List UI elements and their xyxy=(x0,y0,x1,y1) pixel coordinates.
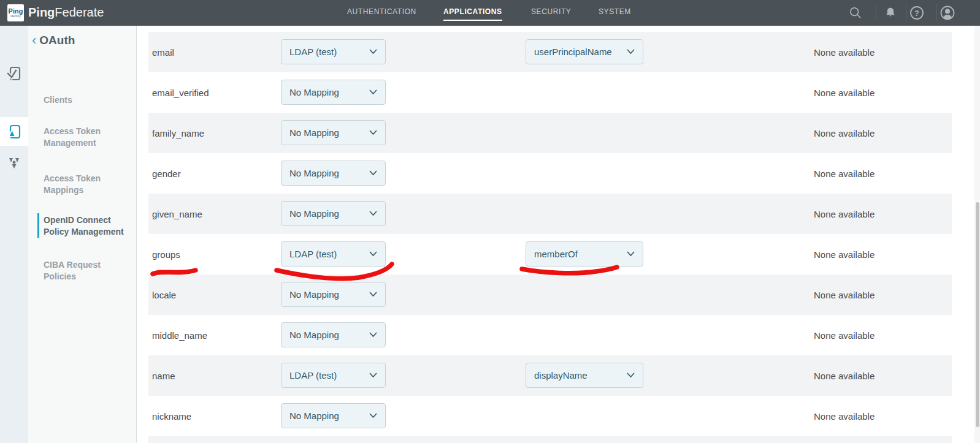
table-row-groups: groupsLDAP (test)memberOfNone available xyxy=(148,234,952,275)
sidebar-item-access-token-mappings[interactable]: Access Token Mappings xyxy=(44,173,129,196)
source-dropdown-gender[interactable]: No Mapping xyxy=(281,161,386,186)
source-dropdown-given-name[interactable]: No Mapping xyxy=(281,201,386,226)
table-row-email-verified: email_verifiedNo MappingNone available xyxy=(148,72,952,113)
attribute-name: family_name xyxy=(152,113,204,153)
chevron-down-icon xyxy=(369,170,377,176)
extended-attributes-status: None available xyxy=(814,72,875,113)
sidebar-section-title: OAuth xyxy=(39,34,75,47)
chevron-down-icon xyxy=(369,292,377,297)
sidebar-item-clients[interactable]: Clients xyxy=(44,94,129,106)
divider xyxy=(876,4,876,21)
chevron-down-icon xyxy=(369,332,377,338)
chevron-down-icon xyxy=(627,373,635,378)
table-row-middle-name: middle_nameNo MappingNone available xyxy=(148,315,952,355)
chevron-down-icon xyxy=(369,130,377,135)
logo-subtext: Identity xyxy=(10,15,21,18)
attribute-name: given_name xyxy=(152,194,202,234)
account-icon[interactable] xyxy=(940,5,955,21)
table-row-given-name: given_nameNo MappingNone available xyxy=(148,194,952,234)
source-dropdown-family-name[interactable]: No Mapping xyxy=(281,120,386,145)
nav-item-applications[interactable]: APPLICATIONS xyxy=(443,7,502,21)
table-row-partial xyxy=(148,436,952,443)
dropdown-selected-value: LDAP (test) xyxy=(289,47,337,57)
extended-attributes-status: None available xyxy=(814,234,875,275)
sidebar-menu: ‹ OAuth ClientsAccess Token ManagementAc… xyxy=(28,26,137,443)
nav-item-security[interactable]: SECURITY xyxy=(531,7,571,20)
table-row-family-name: family_nameNo MappingNone available xyxy=(148,113,952,153)
chevron-down-icon xyxy=(627,251,635,257)
dropdown-selected-value: No Mapping xyxy=(289,168,339,178)
table-row-name: nameLDAP (test)displayNameNone available xyxy=(148,355,952,396)
extended-attributes-status: None available xyxy=(814,113,875,153)
dropdown-selected-value: displayName xyxy=(534,370,588,381)
policy-icon[interactable] xyxy=(0,148,28,177)
access-token-icon[interactable] xyxy=(0,117,28,146)
chevron-down-icon xyxy=(369,49,377,55)
oauth-back-link[interactable]: ‹ OAuth xyxy=(32,34,75,47)
sidebar-item-openid-connect-policy-management[interactable]: OpenID Connect Policy Management xyxy=(44,214,129,238)
chevron-left-icon: ‹ xyxy=(32,34,36,47)
pingfederate-app: Ping Identity PingFederate AUTHENTICATIO… xyxy=(0,0,980,443)
source-dropdown-email[interactable]: LDAP (test) xyxy=(281,39,386,64)
value-dropdown-email[interactable]: userPrincipalName xyxy=(526,39,643,64)
extended-attributes-status: None available xyxy=(814,153,875,194)
dropdown-selected-value: LDAP (test) xyxy=(289,249,337,259)
search-icon[interactable] xyxy=(848,5,863,21)
chevron-down-icon xyxy=(627,49,635,55)
clients-icon[interactable] xyxy=(0,59,28,88)
extended-attributes-status: None available xyxy=(814,275,875,315)
source-dropdown-name[interactable]: LDAP (test) xyxy=(281,363,386,388)
svg-text:?: ? xyxy=(914,9,919,18)
top-bar: Ping Identity PingFederate AUTHENTICATIO… xyxy=(0,0,980,26)
nav-item-authentication[interactable]: AUTHENTICATION xyxy=(347,7,416,20)
source-dropdown-locale[interactable]: No Mapping xyxy=(281,282,386,307)
attribute-name: email xyxy=(152,32,174,72)
value-dropdown-groups[interactable]: memberOf xyxy=(526,241,643,267)
attribute-name: groups xyxy=(152,234,180,275)
vertical-scrollbar-thumb[interactable] xyxy=(976,202,979,427)
extended-attributes-status: None available xyxy=(814,194,875,234)
attribute-name: middle_name xyxy=(152,315,207,355)
dropdown-selected-value: No Mapping xyxy=(289,411,339,421)
dropdown-selected-value: memberOf xyxy=(534,249,578,259)
attribute-name: email_verified xyxy=(152,72,209,113)
product-title: PingFederate xyxy=(28,6,104,20)
dropdown-selected-value: No Mapping xyxy=(289,289,339,300)
extended-attributes-status: None available xyxy=(814,32,875,72)
attribute-name: gender xyxy=(152,153,181,194)
notifications-icon[interactable] xyxy=(882,5,898,21)
extended-attributes-status: None available xyxy=(814,315,875,355)
dropdown-selected-value: No Mapping xyxy=(289,208,339,219)
attribute-name: locale xyxy=(152,275,176,315)
table-row-nickname: nicknameNo MappingNone available xyxy=(148,396,952,436)
source-dropdown-middle-name[interactable]: No Mapping xyxy=(281,322,386,347)
value-dropdown-name[interactable]: displayName xyxy=(526,363,643,388)
chevron-down-icon xyxy=(369,413,377,418)
source-dropdown-email-verified[interactable]: No Mapping xyxy=(281,80,386,105)
chevron-down-icon xyxy=(369,211,377,216)
vertical-scrollbar-track xyxy=(974,26,980,443)
sidebar-item-access-token-management[interactable]: Access Token Management xyxy=(44,126,129,149)
sidebar-item-ciba-request-policies[interactable]: CIBA Request Policies xyxy=(44,259,129,282)
attribute-name: name xyxy=(152,355,175,396)
source-dropdown-groups[interactable]: LDAP (test) xyxy=(281,241,386,267)
chevron-down-icon xyxy=(369,373,377,378)
dropdown-selected-value: No Mapping xyxy=(289,330,339,340)
sidebar-icon-rail xyxy=(0,26,28,443)
table-row-gender: genderNo MappingNone available xyxy=(148,153,952,194)
dropdown-selected-value: userPrincipalName xyxy=(534,47,612,57)
chevron-down-icon xyxy=(369,251,377,257)
dropdown-selected-value: LDAP (test) xyxy=(289,370,337,381)
logo-text: Ping xyxy=(9,8,23,15)
source-dropdown-nickname[interactable]: No Mapping xyxy=(281,403,386,428)
divider xyxy=(936,4,936,21)
dropdown-selected-value: No Mapping xyxy=(289,87,339,97)
ping-identity-logo[interactable]: Ping Identity xyxy=(7,4,24,21)
extended-attributes-status: None available xyxy=(814,396,875,436)
attribute-name: nickname xyxy=(152,396,191,436)
divider xyxy=(906,4,906,21)
dropdown-selected-value: No Mapping xyxy=(289,127,339,138)
help-icon[interactable]: ? xyxy=(909,5,925,21)
nav-item-system[interactable]: SYSTEM xyxy=(599,7,631,20)
table-row-email: emailLDAP (test)userPrincipalNameNone av… xyxy=(148,32,952,72)
